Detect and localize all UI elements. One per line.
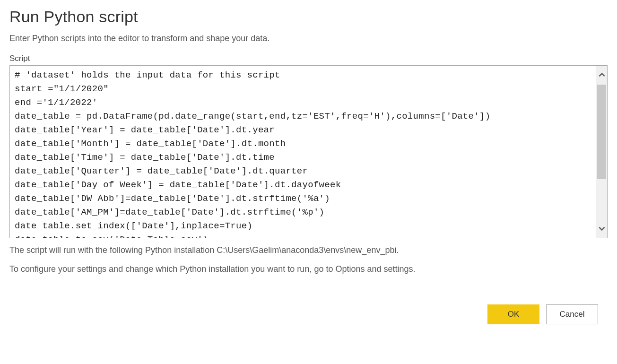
- scroll-down-arrow-icon[interactable]: [596, 219, 607, 238]
- cancel-button[interactable]: Cancel: [546, 304, 598, 324]
- script-editor-container: [9, 65, 608, 238]
- scroll-track[interactable]: [596, 85, 607, 219]
- script-label: Script: [9, 54, 608, 63]
- dialog-title: Run Python script: [9, 8, 608, 26]
- script-editor[interactable]: [10, 66, 596, 238]
- scrollbar[interactable]: [596, 66, 607, 238]
- ok-button[interactable]: OK: [487, 304, 539, 324]
- footer-configure-hint: To configure your settings and change wh…: [9, 262, 608, 276]
- scroll-thumb[interactable]: [597, 85, 606, 179]
- button-row: OK Cancel: [9, 304, 608, 324]
- dialog-subtitle: Enter Python scripts into the editor to …: [9, 34, 608, 43]
- scroll-up-arrow-icon[interactable]: [596, 66, 607, 85]
- footer-install-path: The script will run with the following P…: [9, 243, 608, 257]
